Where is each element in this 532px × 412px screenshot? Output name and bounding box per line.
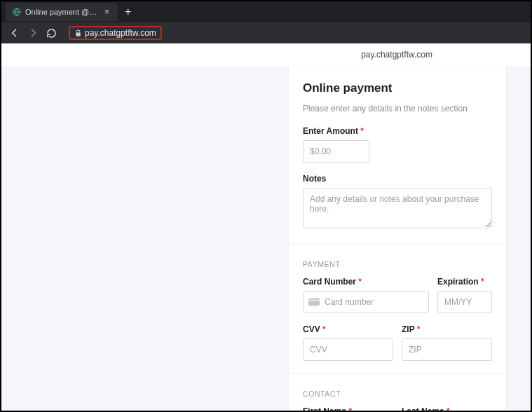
browser-tabbar: Online payment @ pay.chatgptft × +	[1, 1, 531, 22]
credit-card-icon	[308, 298, 320, 306]
new-tab-button[interactable]: +	[118, 6, 138, 18]
first-name-label: First Name *	[303, 406, 393, 411]
tab-title: Online payment @ pay.chatgptft	[25, 8, 99, 16]
page-header: pay.chatgptftw.com	[1, 43, 531, 66]
url-text: pay.chatgptftw.com	[85, 28, 156, 38]
forward-button[interactable]	[27, 27, 39, 39]
zip-label: ZIP *	[402, 324, 492, 334]
notes-label: Notes	[303, 174, 492, 184]
page-content: pay.chatgptftw.com Online payment Please…	[1, 43, 531, 411]
contact-section-title: CONTACT	[303, 390, 492, 398]
card-number-input[interactable]	[303, 291, 429, 313]
card-number-label: Card Number *	[303, 277, 429, 287]
reload-button[interactable]	[45, 27, 57, 39]
payment-section-title: PAYMENT	[303, 260, 492, 268]
globe-icon	[13, 8, 21, 16]
close-icon[interactable]: ×	[103, 7, 111, 17]
address-bar[interactable]: pay.chatgptftw.com	[69, 26, 162, 40]
form-title: Online payment	[303, 81, 492, 95]
brand-text: pay.chatgptftw.com	[361, 50, 432, 60]
expiration-label: Expiration *	[437, 277, 492, 287]
cvv-input[interactable]	[303, 338, 393, 361]
expiration-input[interactable]	[437, 291, 492, 313]
amount-label: Enter Amount *	[303, 126, 492, 136]
zip-input[interactable]	[402, 338, 492, 361]
form-subtitle: Please enter any details in the notes se…	[303, 104, 492, 114]
lock-icon	[74, 29, 82, 37]
amount-input[interactable]	[303, 140, 369, 163]
payment-card: Online payment Please enter any details …	[289, 66, 506, 411]
last-name-label: Last Name *	[402, 406, 492, 411]
browser-toolbar: pay.chatgptftw.com	[1, 22, 531, 43]
notes-input[interactable]	[303, 188, 492, 228]
browser-tab[interactable]: Online payment @ pay.chatgptft ×	[6, 3, 118, 21]
cvv-label: CVV *	[303, 324, 393, 334]
back-button[interactable]	[8, 27, 21, 39]
